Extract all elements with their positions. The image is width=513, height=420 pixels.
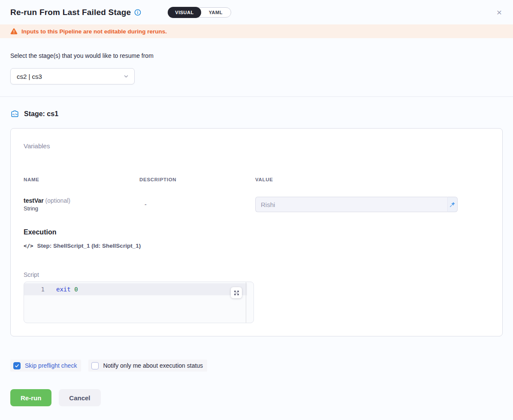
editor-scrollbar[interactable]: [246, 282, 246, 323]
table-row: testVar (optional) String -: [24, 197, 489, 212]
code-argument: 0: [74, 286, 78, 293]
variable-value-input[interactable]: [255, 197, 447, 212]
variable-name: testVar: [24, 197, 44, 204]
toggle-yaml[interactable]: YAML: [201, 10, 231, 15]
skip-preflight-checkbox[interactable]: [13, 362, 21, 369]
variable-name-cell: testVar (optional) String: [24, 197, 139, 212]
page-title: Re-run From Last Failed Stage: [10, 8, 131, 17]
stage-select-section: Select the stage(s) that you would like …: [0, 38, 513, 97]
stage-title: Stage: cs1: [24, 110, 58, 118]
stage-select-label: Select the stage(s) that you would like …: [10, 52, 503, 59]
rerun-button[interactable]: Re-run: [10, 389, 51, 406]
step-title: Step: ShellScript_1 (Id: ShellScript_1): [37, 243, 141, 249]
variables-table-header: NAME DESCRIPTION VALUE: [24, 177, 489, 182]
execution-options: Skip preflight check Notify only me abou…: [10, 360, 503, 372]
modal-actions: Re-run Cancel: [10, 389, 503, 406]
notify-me-checkbox[interactable]: [91, 362, 99, 369]
toggle-visual[interactable]: VISUAL: [168, 7, 201, 18]
stage-select-dropdown[interactable]: cs2 | cs3: [10, 68, 135, 84]
execution-heading: Execution: [24, 228, 489, 236]
variables-heading: Variables: [24, 142, 489, 150]
warning-triangle-icon: [10, 28, 18, 35]
info-icon[interactable]: [134, 9, 141, 16]
rerun-pipeline-modal: Re-run From Last Failed Stage VISUAL YAM…: [0, 0, 513, 420]
code-line: 1 exit 0: [24, 283, 247, 295]
variable-value-field: [255, 197, 458, 212]
variable-description: -: [139, 201, 255, 208]
notify-me-label: Notify only me about execution status: [103, 362, 203, 369]
stage-form-content: </> Stage: cs1 Variables NAME DESCRIPTIO…: [0, 110, 513, 406]
code-step-icon: </>: [24, 243, 33, 249]
pin-icon[interactable]: [447, 197, 458, 212]
variable-optional-tag: (optional): [45, 197, 70, 204]
modal-header: Re-run From Last Failed Stage VISUAL YAM…: [0, 0, 513, 24]
ci-stage-icon: </>: [10, 110, 19, 118]
line-number: 1: [24, 286, 45, 293]
column-header-value: VALUE: [255, 177, 489, 182]
stage-header: </> Stage: cs1: [10, 110, 503, 118]
stage-select-value: cs2 | cs3: [17, 73, 123, 80]
code-text: exit 0: [56, 286, 78, 293]
column-header-name: NAME: [24, 177, 139, 182]
expand-editor-button[interactable]: [231, 287, 242, 298]
stage-inputs-card: Variables NAME DESCRIPTION VALUE testVar…: [10, 128, 503, 336]
close-icon[interactable]: ×: [497, 8, 502, 17]
warning-banner: Inputs to this Pipeline are not editable…: [0, 24, 513, 38]
visual-yaml-toggle: VISUAL YAML: [168, 7, 231, 18]
cancel-button[interactable]: Cancel: [59, 389, 100, 406]
code-keyword: exit: [56, 286, 71, 293]
script-label: Script: [24, 271, 489, 278]
skip-preflight-option[interactable]: Skip preflight check: [10, 360, 81, 372]
script-code-editor[interactable]: 1 exit 0: [24, 282, 254, 323]
skip-preflight-label: Skip preflight check: [25, 362, 77, 369]
warning-text: Inputs to this Pipeline are not editable…: [21, 28, 167, 35]
svg-text:</>: </>: [12, 113, 18, 116]
column-header-description: DESCRIPTION: [139, 177, 255, 182]
variable-type: String: [24, 205, 139, 212]
chevron-down-icon: [123, 73, 129, 79]
notify-me-option[interactable]: Notify only me about execution status: [88, 360, 207, 372]
step-header: </> Step: ShellScript_1 (Id: ShellScript…: [24, 243, 489, 249]
